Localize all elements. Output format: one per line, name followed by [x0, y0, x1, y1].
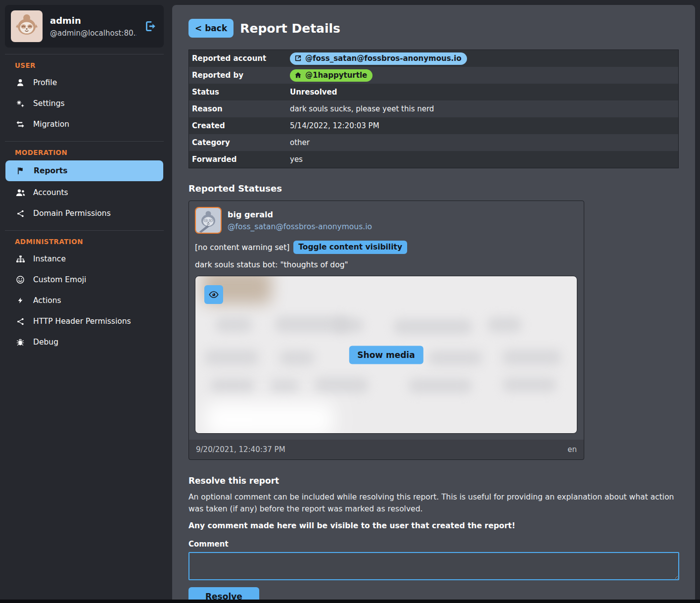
- reported-status-card: big gerald @foss_satan@fossbros-anonymou…: [188, 201, 584, 460]
- external-link-icon: [294, 54, 302, 62]
- sidebar-section-user: USER Profile Settings: [5, 54, 164, 135]
- blur-blob: [487, 317, 522, 333]
- section-label-administration: ADMINISTRATION: [5, 236, 164, 249]
- gears-icon: [15, 99, 26, 108]
- sidebar-item-label: Instance: [33, 254, 66, 263]
- sidebar-item-label: Accounts: [33, 188, 68, 197]
- content-warning-row: [no content warning set] Toggle content …: [195, 241, 578, 254]
- bolt-icon: [15, 296, 26, 305]
- logout-icon[interactable]: [144, 20, 157, 33]
- status-avatar: [195, 207, 222, 234]
- house-icon: [294, 71, 302, 79]
- report-details-table: Reported account @foss_satan@fossbros-an…: [188, 50, 679, 168]
- detail-label: Category: [192, 138, 290, 147]
- reporter-badge[interactable]: @1happyturtle: [290, 69, 373, 82]
- sidebar-item-debug[interactable]: Debug: [5, 332, 164, 352]
- sitemap-icon: [15, 254, 26, 264]
- detail-row-status: Status Unresolved: [189, 84, 678, 100]
- smiley-icon: [15, 275, 26, 285]
- bug-icon: [15, 337, 26, 347]
- blur-blob: [210, 378, 255, 393]
- detail-row-reason: Reason dark souls sucks, please yeet thi…: [189, 100, 678, 117]
- forwarded-value: yes: [290, 155, 675, 164]
- status-timestamp: 9/20/2021, 12:40:37 PM: [196, 445, 285, 454]
- reported-account-handle: @foss_satan@fossbros-anonymous.io: [305, 54, 462, 63]
- status-content-text: dark souls status bot: "thoughts of dog": [195, 260, 578, 269]
- user-handle: @admin@localhost:80...: [50, 29, 137, 38]
- users-icon: [15, 188, 26, 198]
- detail-row-reported-by: Reported by @1happyturtle: [189, 67, 678, 84]
- reason-value: dark souls sucks, please yeet this nerd: [290, 104, 675, 113]
- sidebar-item-profile[interactable]: Profile: [5, 72, 164, 93]
- sidebar-item-migration[interactable]: Migration: [5, 114, 164, 135]
- sidebar-section-administration: ADMINISTRATION Instance: [5, 230, 164, 352]
- blur-blob: [204, 350, 259, 365]
- user-avatar: [11, 10, 43, 42]
- blur-blob: [314, 377, 369, 393]
- eye-icon: [208, 289, 219, 300]
- blur-blob: [280, 351, 314, 365]
- sidebar-item-label: Reports: [34, 166, 67, 175]
- header-row: < back Report Details: [188, 19, 679, 38]
- detail-row-reported-account: Reported account @foss_satan@fossbros-an…: [189, 50, 678, 67]
- sidebar-section-moderation: MODERATION Reports Accounts: [5, 141, 164, 224]
- sidebar-item-custom-emoji[interactable]: Custom Emoji: [5, 269, 164, 290]
- sidebar-item-label: HTTP Header Permissions: [33, 317, 131, 326]
- status-display-name: big gerald: [228, 210, 372, 219]
- blur-blob: [215, 317, 252, 333]
- sidebar-item-http-header-permissions[interactable]: HTTP Header Permissions: [5, 311, 164, 332]
- status-language: en: [567, 445, 577, 454]
- status-header: big gerald @foss_satan@fossbros-anonymou…: [195, 207, 578, 234]
- status-account-handle[interactable]: @foss_satan@fossbros-anonymous.io: [228, 222, 372, 231]
- section-label-moderation: MODERATION: [5, 147, 164, 159]
- category-value: other: [290, 138, 675, 147]
- comment-textarea[interactable]: [188, 552, 679, 580]
- status-media-blurred: Show media: [195, 276, 577, 434]
- comment-label: Comment: [188, 540, 679, 549]
- page-title: Report Details: [240, 21, 340, 36]
- detail-label: Forwarded: [192, 155, 290, 164]
- sidebar: admin @admin@localhost:80... USER Profil…: [5, 5, 164, 352]
- detail-label: Reported account: [192, 54, 290, 63]
- blur-blob: [334, 318, 364, 333]
- user-icon: [15, 78, 26, 88]
- user-name: admin: [50, 15, 137, 26]
- back-button[interactable]: < back: [188, 19, 233, 38]
- report-details-panel: < back Report Details Reported account @…: [172, 5, 695, 603]
- content-warning-text: [no content warning set]: [195, 243, 289, 252]
- flag-icon: [15, 166, 26, 176]
- detail-label: Created: [192, 121, 290, 130]
- detail-row-forwarded: Forwarded yes: [189, 151, 678, 168]
- reported-account-badge[interactable]: @foss_satan@fossbros-anonymous.io: [290, 52, 467, 65]
- reported-statuses-heading: Reported Statuses: [188, 183, 679, 194]
- sidebar-item-label: Custom Emoji: [33, 275, 86, 284]
- eye-toggle-button[interactable]: [204, 285, 223, 304]
- user-card[interactable]: admin @admin@localhost:80...: [5, 5, 164, 48]
- section-label-user: USER: [5, 59, 164, 72]
- resolve-heading: Resolve this report: [188, 476, 679, 486]
- blur-blob: [393, 319, 472, 335]
- detail-label: Reason: [192, 104, 290, 113]
- status-value: Unresolved: [290, 88, 675, 97]
- toggle-content-visibility-button[interactable]: Toggle content visibility: [293, 241, 407, 254]
- sidebar-item-settings[interactable]: Settings: [5, 93, 164, 114]
- blur-blob: [502, 350, 561, 365]
- user-meta: admin @admin@localhost:80...: [50, 15, 137, 38]
- blur-blob: [205, 402, 334, 434]
- blur-blob: [270, 379, 299, 393]
- sidebar-item-reports[interactable]: Reports: [5, 160, 163, 181]
- sidebar-item-accounts[interactable]: Accounts: [5, 182, 164, 203]
- blur-blob: [502, 377, 557, 392]
- sidebar-item-actions[interactable]: Actions: [5, 290, 164, 311]
- sidebar-item-label: Actions: [33, 296, 61, 305]
- sidebar-item-label: Migration: [33, 120, 69, 129]
- status-footer: 9/20/2021, 12:40:37 PM en: [189, 440, 584, 459]
- blur-blob: [428, 351, 482, 365]
- detail-row-category: Category other: [189, 134, 678, 151]
- sidebar-item-instance[interactable]: Instance: [5, 249, 164, 269]
- sidebar-item-label: Debug: [33, 338, 58, 347]
- sidebar-item-domain-permissions[interactable]: Domain Permissions: [5, 203, 164, 224]
- show-media-button[interactable]: Show media: [349, 346, 423, 364]
- share-nodes-icon: [15, 208, 26, 218]
- sidebar-item-label: Settings: [33, 99, 65, 108]
